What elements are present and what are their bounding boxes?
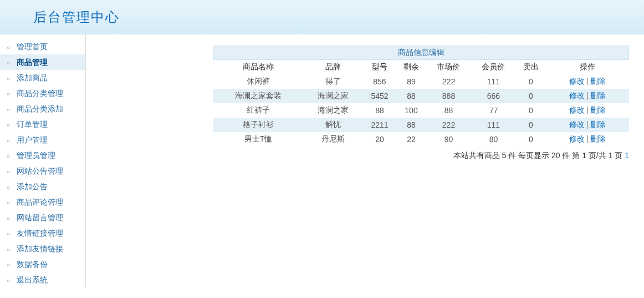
table-header: 操作 [546,60,629,74]
op-separator: | [586,91,589,100]
header: 后台管理中心 [0,0,644,34]
cell-ops: 修改|删除 [546,74,629,89]
table-row: 红裤子海澜之家8810088770修改|删除 [213,103,629,118]
cell-model: 20 [363,132,396,147]
cell-sold: 0 [516,132,546,147]
cell-name: 休闲裤 [213,74,303,89]
pager-text: 件 每页显示 [506,151,551,160]
edit-link[interactable]: 修改 [569,134,585,143]
delete-link[interactable]: 删除 [590,134,606,143]
pager-page-link[interactable]: 1 [625,151,629,160]
delete-link[interactable]: 删除 [590,77,606,85]
cell-sold: 0 [516,89,546,103]
delete-link[interactable]: 删除 [590,105,606,114]
sidebar-item[interactable]: 网站留言管理 [0,210,85,225]
op-separator: | [586,105,589,114]
cell-model: 88 [363,103,396,118]
table-header: 卖出 [516,60,546,74]
table-header: 品牌 [303,60,363,74]
cell-name: 格子衬衫 [213,118,303,132]
cell-brand: 海澜之家 [303,89,363,103]
sidebar-item[interactable]: 商品管理 [0,54,85,70]
cell-market: 90 [426,132,471,147]
delete-link[interactable]: 删除 [590,91,606,100]
cell-member: 111 [471,118,516,132]
edit-link[interactable]: 修改 [569,77,585,85]
cell-ops: 修改|删除 [546,132,629,147]
cell-name: 男士T恤 [213,132,303,147]
sidebar-item[interactable]: 管理首页 [0,39,85,54]
pager-perpage: 20 [551,151,560,160]
sidebar-item[interactable]: 商品评论管理 [0,194,85,210]
cell-stock: 100 [396,103,426,118]
cell-market: 88 [426,103,471,118]
product-table: 商品名称品牌型号剩余市场价会员价卖出操作 休闲裤得了856892221110修改… [213,60,629,147]
table-header: 剩余 [396,60,426,74]
cell-member: 80 [471,132,516,147]
cell-ops: 修改|删除 [546,89,629,103]
cell-model: 2211 [363,118,396,132]
sidebar: 管理首页商品管理添加商品商品分类管理商品分类添加订单管理用户管理管理员管理网站公… [0,34,86,287]
cell-ops: 修改|删除 [546,103,629,118]
cell-name: 红裤子 [213,103,303,118]
edit-link[interactable]: 修改 [569,105,585,114]
pager-text: 本站共有商品 [453,151,502,160]
cell-stock: 88 [396,89,426,103]
table-header: 市场价 [426,60,471,74]
sidebar-item[interactable]: 添加商品 [0,70,85,85]
cell-name: 海澜之家套装 [213,89,303,103]
cell-brand: 解忧 [303,118,363,132]
cell-stock: 89 [396,74,426,89]
table-header: 商品名称 [213,60,303,74]
table-row: 休闲裤得了856892221110修改|删除 [213,74,629,89]
cell-brand: 得了 [303,74,363,89]
sidebar-item[interactable]: 订单管理 [0,117,85,132]
cell-brand: 丹尼斯 [303,132,363,147]
pager: 本站共有商品 5 件 每页显示 20 件 第 1 页/共 1 页 1 [213,151,629,161]
sidebar-item[interactable]: 网站公告管理 [0,163,85,179]
cell-sold: 0 [516,74,546,89]
op-separator: | [586,120,589,129]
sidebar-item[interactable]: 管理员管理 [0,148,85,163]
delete-link[interactable]: 删除 [590,120,606,129]
cell-model: 856 [363,74,396,89]
sidebar-item[interactable]: 添加公告 [0,179,85,194]
table-row: 男士T恤丹尼斯202290800修改|删除 [213,132,629,147]
table-row: 海澜之家套装海澜之家5452888886660修改|删除 [213,89,629,103]
pager-text: 页 [612,151,625,160]
sidebar-item[interactable]: 用户管理 [0,132,85,148]
sidebar-item[interactable]: 友情链接管理 [0,225,85,241]
sidebar-item[interactable]: 退出系统 [0,272,85,287]
cell-member: 666 [471,89,516,103]
cell-sold: 0 [516,103,546,118]
pager-text: 页/共 [586,151,609,160]
cell-ops: 修改|删除 [546,118,629,132]
table-title: 商品信息编辑 [213,46,629,60]
main-content: 商品信息编辑 商品名称品牌型号剩余市场价会员价卖出操作 休闲裤得了8568922… [86,34,644,287]
sidebar-item[interactable]: 添加友情链接 [0,241,85,256]
cell-model: 5452 [363,89,396,103]
edit-link[interactable]: 修改 [569,120,585,129]
sidebar-item[interactable]: 商品分类管理 [0,85,85,101]
cell-sold: 0 [516,118,546,132]
cell-stock: 88 [396,118,426,132]
table-row: 格子衬衫解忧2211882221110修改|删除 [213,118,629,132]
cell-member: 77 [471,103,516,118]
sidebar-item[interactable]: 数据备份 [0,256,85,272]
cell-market: 222 [426,118,471,132]
cell-stock: 22 [396,132,426,147]
cell-market: 222 [426,74,471,89]
cell-member: 111 [471,74,516,89]
op-separator: | [586,77,589,85]
sidebar-item[interactable]: 商品分类添加 [0,101,85,117]
edit-link[interactable]: 修改 [569,91,585,100]
pager-curpage: 1 [582,151,586,160]
table-header: 会员价 [471,60,516,74]
op-separator: | [586,134,589,143]
table-header: 型号 [363,60,396,74]
page-title: 后台管理中心 [33,8,120,26]
cell-brand: 海澜之家 [303,103,363,118]
pager-text: 件 第 [560,151,582,160]
cell-market: 888 [426,89,471,103]
